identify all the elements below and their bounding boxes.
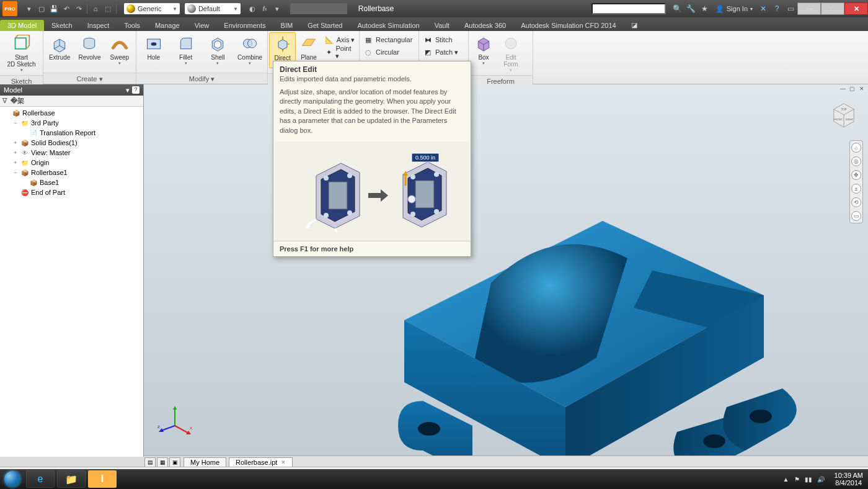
ribbon-tab-vault[interactable]: Vault	[427, 20, 457, 31]
circular-pattern-button[interactable]: ◌Circular	[361, 46, 415, 58]
ribbon-tab-3d-model[interactable]: 3D Model	[0, 20, 44, 31]
ribbon-tab-autodesk-simulation[interactable]: Autodesk Simulation	[350, 20, 427, 31]
qat-home-icon[interactable]: ⌂	[90, 3, 101, 14]
system-tray[interactable]: ▲ ⚑ ▮▮ 🔊	[778, 476, 830, 483]
ribbon-tab-autodesk-simulation-cfd-2014[interactable]: Autodesk Simulation CFD 2014	[513, 20, 623, 31]
qat-select-icon[interactable]: ⬚	[102, 3, 113, 14]
nav-zoom-icon[interactable]: ±	[851, 184, 861, 194]
ribbon-tab-sketch[interactable]: Sketch	[44, 20, 80, 31]
model-tree[interactable]: 📦Rollerbase−📁3rd Party📄Translation Repor…	[0, 107, 143, 457]
hole-button[interactable]: Hole	[138, 32, 170, 62]
doctab-view3-icon[interactable]: ▣	[169, 457, 180, 467]
document-header-tab[interactable]	[290, 3, 347, 14]
nav-home-icon[interactable]: ⌂	[851, 143, 861, 153]
key-icon[interactable]: 🔧	[686, 3, 697, 14]
maximize-button[interactable]: □	[821, 2, 844, 15]
svg-point-29	[410, 174, 415, 179]
ribbon-tab-view[interactable]: View	[187, 20, 217, 31]
nav-lookat-icon[interactable]: ▭	[851, 211, 861, 221]
qat-params-icon[interactable]: fx	[259, 3, 270, 14]
qat-undo-icon[interactable]: ↶	[61, 3, 72, 14]
sweep-button[interactable]: Sweep▾	[105, 32, 135, 67]
box-button[interactable]: Box▾	[470, 32, 497, 67]
browser-help-icon[interactable]: ?	[132, 86, 140, 94]
exchange-icon[interactable]: ✕	[758, 3, 769, 14]
ribbon-tab-get-started[interactable]: Get Started	[300, 20, 350, 31]
close-tab-icon[interactable]: ✕	[281, 459, 286, 465]
search-icon[interactable]: 🔍	[672, 3, 683, 14]
svg-point-10	[418, 422, 440, 436]
extrude-button[interactable]: Extrude	[45, 32, 74, 62]
nav-orbit-icon[interactable]: ⟲	[851, 197, 861, 207]
browser-dropdown-icon[interactable]: ▾	[126, 86, 130, 94]
tray-volume-icon[interactable]: 🔊	[817, 476, 825, 483]
tab-rollerbase[interactable]: Rollerbase.ipt✕	[229, 457, 293, 467]
svg-rect-0	[15, 38, 26, 49]
qat-redo-icon[interactable]: ↷	[73, 3, 84, 14]
tree-node[interactable]: ⛔End of Part	[1, 187, 142, 197]
nav-fullnav-icon[interactable]: ◎	[851, 156, 861, 166]
tray-flag-icon[interactable]: ⚑	[794, 476, 800, 483]
appearance-dropdown[interactable]: Default ▼	[185, 3, 241, 14]
task-explorer-icon[interactable]: 📁	[57, 470, 86, 488]
start-2d-sketch-button[interactable]: Start 2D Sketch▾	[1, 32, 42, 74]
minimize-button[interactable]: —	[797, 2, 821, 15]
thumbnail-icon[interactable]: ▭	[785, 3, 796, 14]
revolve-button[interactable]: Revolve	[74, 32, 104, 62]
ribbon-context-icon[interactable]: ◪	[624, 19, 645, 31]
material-dropdown[interactable]: Generic ▼	[124, 3, 180, 14]
nav-pan-icon[interactable]: ✥	[851, 170, 861, 180]
ribbon-tab-bim[interactable]: BIM	[273, 20, 301, 31]
qat-save-icon[interactable]: 💾	[48, 3, 60, 14]
browser-header[interactable]: Model ▾?	[0, 84, 143, 96]
tree-node[interactable]: −📦Rollerbase1	[1, 168, 142, 177]
taskbar-clock[interactable]: 10:39 AM8/4/2014	[830, 472, 868, 487]
qat-new-icon[interactable]: ▾	[24, 3, 35, 14]
svg-marker-27	[368, 189, 388, 202]
help-icon[interactable]: ?	[771, 3, 782, 14]
tree-node[interactable]: 📦Base1	[1, 177, 142, 187]
ribbon-tab-inspect[interactable]: Inspect	[80, 20, 117, 31]
start-button[interactable]	[0, 469, 25, 489]
doctab-view1-icon[interactable]: ▤	[144, 457, 156, 467]
tree-node[interactable]: 📄Translation Report	[1, 128, 142, 138]
task-ie-icon[interactable]: e	[26, 470, 55, 488]
panel-title-create: Create ▾	[43, 73, 136, 84]
qat-appearance-override-icon[interactable]: ◐	[247, 3, 258, 14]
patch-button[interactable]: ◩Patch ▾	[420, 46, 461, 58]
app-icon[interactable]: PRO	[2, 1, 17, 16]
tray-network-icon[interactable]: ▮▮	[805, 476, 812, 483]
task-inventor-icon[interactable]: I	[88, 470, 117, 488]
doctab-view2-icon[interactable]: ▦	[157, 457, 168, 467]
ribbon-tab-manage[interactable]: Manage	[148, 20, 187, 31]
tray-up-icon[interactable]: ▲	[783, 476, 789, 483]
ribbon-tab-tools[interactable]: Tools	[117, 20, 148, 31]
tree-node[interactable]: +📦Solid Bodies(1)	[1, 138, 142, 148]
qat-open-icon[interactable]: ▢	[36, 3, 47, 14]
edit-form-button[interactable]: Edit Form▾	[497, 32, 525, 74]
ribbon-tab-environments[interactable]: Environments	[216, 20, 273, 31]
qat-more-icon[interactable]: ▾	[272, 3, 283, 14]
tree-node[interactable]: −📁3rd Party	[1, 118, 142, 128]
shell-button[interactable]: Shell▾	[202, 32, 234, 67]
viewport[interactable]: — ▢ ✕ TOP FRONT RIGHT ⌂ ◎ ✥ ± ⟲ ▭	[144, 84, 868, 457]
view-cube[interactable]: TOP FRONT RIGHT	[827, 98, 861, 132]
tab-my-home[interactable]: My Home	[184, 457, 226, 467]
close-button[interactable]: ✕	[844, 2, 868, 15]
favorite-icon[interactable]: ★	[699, 3, 711, 14]
stitch-button[interactable]: ⧓Stitch	[420, 34, 461, 46]
signin-link[interactable]: 👤Sign In▾	[715, 5, 753, 13]
tree-node[interactable]: +📁Origin	[1, 158, 142, 168]
fillet-button[interactable]: Fillet▾	[170, 32, 202, 67]
filter-icon[interactable]: ∇	[2, 97, 7, 105]
tree-node[interactable]: 📦Rollerbase	[1, 108, 142, 118]
rectangular-pattern-button[interactable]: ▦Rectangular	[361, 34, 415, 46]
tree-node[interactable]: +👁View: Master	[1, 148, 142, 158]
viewport-window-controls[interactable]: — ▢ ✕	[840, 86, 866, 92]
help-search-input[interactable]	[591, 3, 666, 14]
ribbon-tab-autodesk-360[interactable]: Autodesk 360	[457, 20, 513, 31]
windows-orb-icon	[4, 471, 20, 487]
find-icon[interactable]: �架	[11, 96, 24, 105]
combine-button[interactable]: Combine▾	[234, 32, 266, 67]
point-button[interactable]: ✦Point ▾	[322, 46, 358, 58]
